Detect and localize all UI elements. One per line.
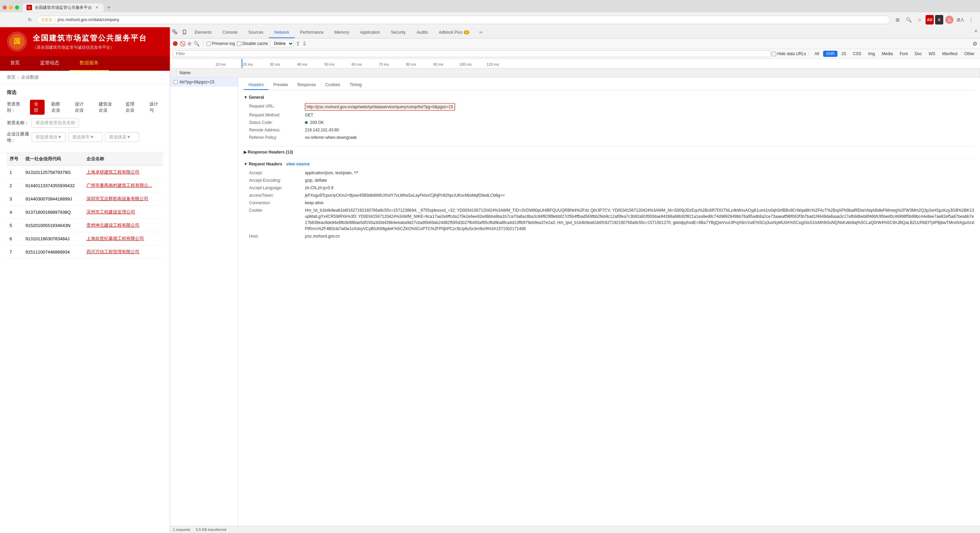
filter-tag-survey[interactable]: 勘察企业: [47, 100, 68, 115]
clear-button[interactable]: 🚫: [180, 41, 185, 46]
minimize-traffic-light[interactable]: [9, 5, 13, 10]
more-menu-button[interactable]: ⋮: [966, 15, 976, 24]
filter-type-xhr[interactable]: XHR: [823, 51, 837, 57]
devtools-settings-button[interactable]: ⚙: [972, 40, 977, 47]
request-item-list[interactable]: list?pg=0&pgsz=15: [170, 78, 238, 87]
row-name[interactable]: 上海卓研建筑工程有限公司: [84, 166, 163, 179]
filter-type-doc[interactable]: Doc: [912, 51, 924, 57]
active-tab[interactable]: 全 全国建筑市场监管公共服务平台 ×: [22, 3, 103, 12]
row-name[interactable]: 贵州坤元建设工程有限公司: [84, 219, 163, 232]
profile-icon[interactable]: 头: [945, 15, 954, 24]
filter-type-font[interactable]: Font: [897, 51, 911, 57]
import-button[interactable]: ⇧: [296, 40, 300, 47]
row-name[interactable]: 滨州市工程建设监理公司: [84, 205, 163, 219]
tab-network[interactable]: Network: [269, 27, 295, 38]
adblock-count-badge: 4: [464, 30, 469, 34]
request-header-row: Accept-Language: zh-CN,zh;q=0.9: [249, 185, 975, 191]
filter-type-img[interactable]: Img: [865, 51, 878, 57]
filter-province-dropdown[interactable]: 请选择省份▼: [32, 132, 66, 142]
tab-audits[interactable]: Audits: [411, 27, 433, 38]
view-source-link[interactable]: view source: [286, 162, 310, 166]
filter-city-dropdown[interactable]: 请选择市▼: [68, 132, 102, 142]
filter-name-input[interactable]: 请选择资质包含名称: [32, 118, 79, 127]
filter-type-all[interactable]: All: [812, 51, 822, 57]
filter-type-other[interactable]: Other: [962, 51, 977, 57]
nav-data-service[interactable]: 数据服务: [69, 56, 109, 71]
filter-type-media[interactable]: Media: [879, 51, 896, 57]
devtools-more-tabs-btn[interactable]: ››: [476, 27, 485, 37]
list-header-name[interactable]: Name: [177, 68, 980, 77]
close-traffic-light[interactable]: [3, 5, 7, 10]
row-no: 5: [7, 219, 23, 232]
x-icon[interactable]: X: [935, 15, 943, 24]
preserve-log-checkbox[interactable]: [207, 41, 211, 46]
back-button[interactable]: ←: [4, 16, 12, 24]
filter-tag-all[interactable]: 全部: [30, 100, 45, 115]
filter-type-css[interactable]: CSS: [850, 51, 864, 57]
nav-home[interactable]: 首页: [0, 56, 30, 71]
forward-button[interactable]: →: [15, 16, 23, 24]
tab-sources[interactable]: Sources: [243, 27, 269, 38]
tab-performance[interactable]: Performance: [295, 27, 329, 38]
address-bar[interactable]: 不安全 | jzsc.mohurd.gov.cn/data/company: [37, 16, 890, 24]
search-button[interactable]: 🔍: [194, 41, 199, 46]
tab-elements[interactable]: Elements: [189, 27, 217, 38]
filter-text-input[interactable]: [173, 50, 770, 57]
filter-county-dropdown[interactable]: 请选择县▼: [105, 132, 139, 142]
maximize-traffic-light[interactable]: [15, 5, 19, 10]
headers-tab-cookies[interactable]: Cookies: [321, 80, 345, 90]
tab-bar: 全 全国建筑市场监管公共服务平台 × +: [0, 0, 980, 12]
disable-cache-label[interactable]: Disable cache: [237, 41, 268, 46]
reload-button[interactable]: ↻: [26, 16, 34, 24]
hide-data-urls-label[interactable]: Hide data URLs: [772, 51, 806, 56]
tab-title: 全国建筑市场监管公共服务平台: [35, 5, 92, 11]
headers-tab-timing[interactable]: Timing: [345, 80, 366, 90]
filter-tag-design[interactable]: 设计企业: [71, 100, 92, 115]
devtools-inspect-icon[interactable]: [170, 27, 180, 37]
new-tab-button[interactable]: +: [105, 3, 113, 11]
tab-application[interactable]: Application: [355, 27, 385, 38]
general-section-title[interactable]: ▼ General: [243, 93, 975, 102]
filter-tag-construction[interactable]: 建筑业企业: [95, 100, 119, 115]
record-button[interactable]: [173, 41, 178, 46]
row-name[interactable]: 上海欣世纪幕墙工程有限公司: [84, 232, 163, 245]
adblock-icon[interactable]: AD: [926, 15, 934, 24]
disable-cache-checkbox[interactable]: [237, 41, 241, 46]
export-button[interactable]: ⇩: [302, 40, 307, 47]
headers-tab-headers[interactable]: Headers: [243, 80, 269, 90]
nav-supervision[interactable]: 监管动态: [30, 56, 69, 71]
breadcrumb-home[interactable]: 首页: [7, 74, 16, 80]
preserve-log-label[interactable]: Preserve log: [207, 41, 235, 46]
tab-security[interactable]: Security: [385, 27, 411, 38]
filter-tag-supervision[interactable]: 监理企业: [121, 100, 143, 115]
translate-icon[interactable]: ⊞: [893, 15, 902, 24]
filter-type-manifest[interactable]: Manifest: [940, 51, 960, 57]
tab-memory[interactable]: Memory: [329, 27, 355, 38]
tab-console[interactable]: Console: [217, 27, 243, 38]
tab-adblock[interactable]: Adblock Plus 4: [434, 27, 475, 38]
hide-data-urls-checkbox[interactable]: [772, 52, 776, 56]
filter-type-ws[interactable]: WS: [926, 51, 938, 57]
devtools-mobile-icon[interactable]: [180, 27, 189, 37]
status-code-key: Status Code:: [249, 119, 304, 126]
filter-button[interactable]: ⊘: [188, 41, 192, 46]
breadcrumb-separator: ›: [18, 75, 19, 80]
online-select[interactable]: Online: [270, 40, 294, 47]
row-no: 2: [7, 179, 23, 192]
filter-tag-design-more[interactable]: 设计与: [145, 100, 163, 115]
response-headers-title[interactable]: ▶ Response Headers (13): [243, 148, 975, 157]
bookmark-icon[interactable]: ☆: [915, 15, 924, 24]
tab-close-button[interactable]: ×: [95, 5, 99, 10]
request-headers-title[interactable]: ▼ Request Headers view source: [243, 160, 975, 169]
row-name[interactable]: 深圳市宝达辉机电设备有限公司: [84, 192, 163, 205]
devtools-close-button[interactable]: ×: [972, 27, 980, 35]
request-header-row: Connection: keep-alive: [249, 200, 975, 206]
row-name[interactable]: 四川万信工程管理有限公司: [84, 245, 163, 259]
row-name[interactable]: 广州市番禺南村建筑工程有限公...: [84, 179, 163, 192]
headers-tab-preview[interactable]: Preview: [269, 80, 293, 90]
request-checkbox[interactable]: [173, 80, 178, 84]
search-icon[interactable]: 🔍: [904, 15, 913, 24]
request-url-row: Request URL: http://jzsc.mohurd.gov.cn/a…: [249, 103, 975, 111]
headers-tab-response[interactable]: Response: [293, 80, 321, 90]
filter-type-js[interactable]: JS: [839, 51, 849, 57]
